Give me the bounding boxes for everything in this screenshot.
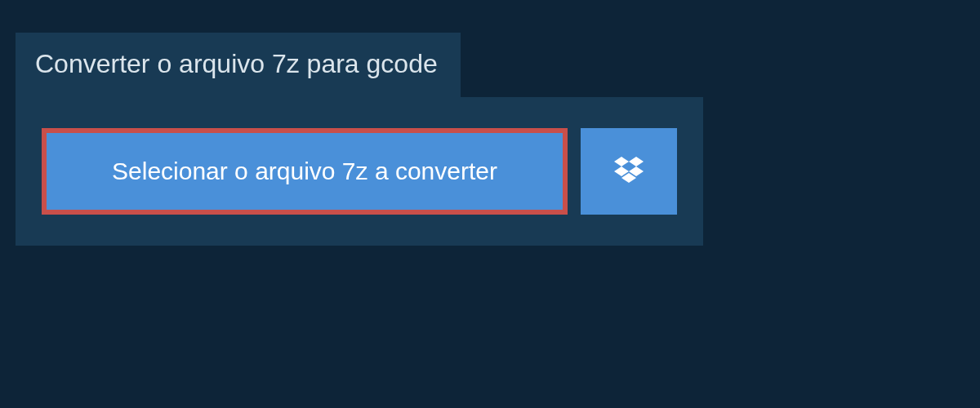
dropbox-button[interactable] (581, 128, 677, 215)
converter-panel: Selecionar o arquivo 7z a converter (16, 97, 703, 246)
tab-title: Converter o arquivo 7z para gcode (35, 49, 438, 78)
converter-tab: Converter o arquivo 7z para gcode (16, 33, 461, 97)
select-file-button-label: Selecionar o arquivo 7z a converter (112, 157, 497, 184)
dropbox-icon (614, 157, 644, 186)
select-file-button[interactable]: Selecionar o arquivo 7z a converter (42, 128, 568, 215)
